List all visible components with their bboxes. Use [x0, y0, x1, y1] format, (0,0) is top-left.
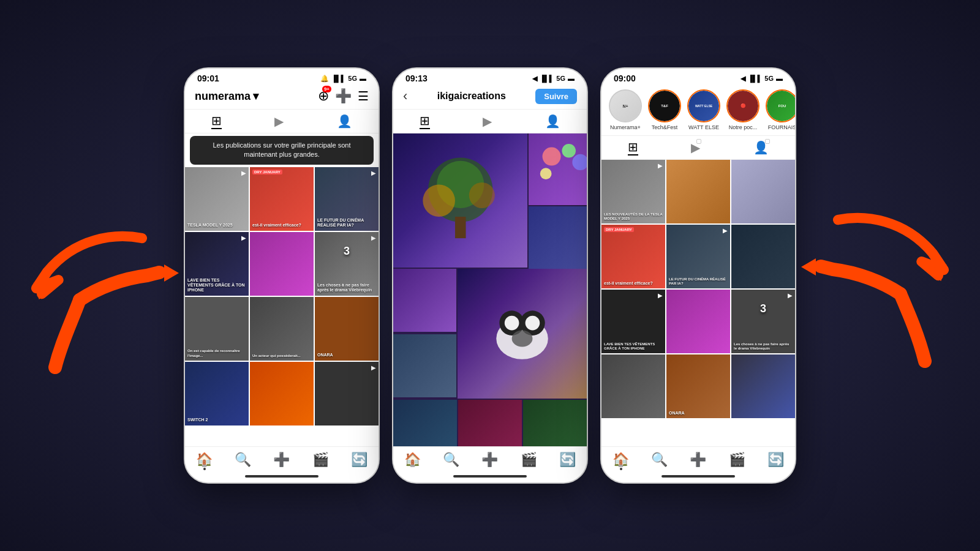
phone1-cell2-text: est-il vraiment efficace?	[252, 223, 311, 228]
phone3-cell-2[interactable]	[666, 160, 730, 223]
phone1-nav-search[interactable]: 🔍	[235, 452, 251, 468]
phone3-grid: ▶ LES NOUVEAUTÉS DE LA TESLA MODEL Y 202…	[601, 160, 795, 446]
phone2-nav-activity[interactable]: 🔄	[559, 452, 576, 468]
phone1-cell-1[interactable]: ▶ TESLA MODEL Y 2025	[185, 167, 249, 231]
phone3-battery-icon: ▬	[776, 75, 783, 82]
phone3-story-img-fournais: FOU	[767, 91, 795, 121]
phone1-nav-reels[interactable]: 🎬	[312, 452, 329, 468]
phone3-nav-reels[interactable]: 🎬	[729, 452, 745, 468]
phone1-add-icon[interactable]: ➕	[335, 88, 352, 104]
phone2-cell-main-2[interactable]	[458, 269, 587, 398]
phone1-tab-profile[interactable]: 👤	[337, 114, 352, 129]
phone3-story-techfest[interactable]: T&F Tech&Fest	[648, 89, 681, 130]
phone3-nav-add[interactable]: ➕	[690, 452, 706, 468]
phone3-story-fournais[interactable]: FOU FOURNAIS	[766, 89, 795, 130]
phone3-grid-layout: ▶ LES NOUVEAUTÉS DE LA TESLA MODEL Y 202…	[601, 160, 795, 418]
phone3-story-label-watt: WATT ELSE	[688, 124, 719, 130]
phone3-cell-8[interactable]	[666, 290, 730, 353]
phone3-cell1-text: LES NOUVEAUTÉS DE LA TESLA MODEL Y 2025	[604, 212, 663, 221]
phone1-nav-activity[interactable]: 🔄	[351, 452, 368, 468]
phone2-top-right-col	[529, 133, 587, 272]
phone3-cell-4[interactable]: DRY JANUARY est-il vraiment efficace?	[601, 225, 665, 288]
phone1-cell-7[interactable]: On est capable de reconnaître l'image...	[185, 297, 249, 361]
phone1-profile-name[interactable]: numerama ▾	[195, 89, 258, 103]
phone3-tab-profile[interactable]: 👤	[753, 140, 769, 155]
phone2-cell-b1[interactable]	[393, 400, 457, 446]
phone2-cell-tr2[interactable]	[529, 206, 587, 276]
phone1-cell-5[interactable]	[250, 232, 314, 296]
phone3-cell-10[interactable]	[601, 354, 665, 418]
phone2-tab-profile[interactable]: 👤	[545, 114, 560, 129]
phone2-panda-svg	[470, 282, 574, 385]
phone2-cell-ml1[interactable]	[393, 269, 456, 332]
phone1-threads-btn[interactable]: ⊕ 9+	[318, 88, 329, 104]
phone2-follow-btn[interactable]: Suivre	[535, 89, 577, 104]
phone1-cell3-video-icon: ▶	[371, 170, 376, 176]
phone1-cell-3[interactable]: ▶ LE FUTUR DU CINÉMA RÉALISÉ PAR IA?	[315, 167, 379, 231]
phone1-tab-video[interactable]: ▶	[274, 114, 284, 129]
phone3-story-circle-podcast: 🔴	[726, 89, 760, 122]
phone3-cell9-num: 3	[760, 302, 766, 315]
svg-point-7	[543, 148, 561, 166]
phone-3: 09:00 ◀ ▐▌▌ 5G ▬ N+ Numerama+ T&F Tech&F…	[600, 67, 796, 484]
phone3-cell-11[interactable]: ONARA	[666, 354, 730, 418]
phone1-cell-4[interactable]: ▶ LAVE BIEN TES VÊTEMENTS GRÂCE À TON IP…	[185, 232, 249, 296]
phones-container: 09:01 🔔 ▐▌▌ 5G ▬ numerama ▾ ⊕ 9+ ➕ ☰	[184, 67, 796, 484]
phone2-cell-b2[interactable]	[458, 400, 522, 446]
phone2-signal-icon: ▐▌▌	[540, 75, 554, 82]
phone3-story-watt[interactable]: WATT ELSE WATT ELSE	[687, 89, 720, 130]
phone3-nav-search[interactable]: 🔍	[651, 452, 668, 468]
phone3-cell-9[interactable]: ▶ 3 Les choses à ne pas faire après le d…	[731, 290, 795, 353]
phone3-story-circle-numerama: N+	[609, 89, 642, 122]
phone3-status-bar: 09:00 ◀ ▐▌▌ 5G ▬	[601, 69, 795, 86]
phone2-nav-add[interactable]: ➕	[481, 452, 498, 468]
phone3-cell-3[interactable]	[731, 160, 795, 223]
phone1-nav-home[interactable]: 🏠	[196, 452, 213, 468]
phone2-home-indicator	[393, 470, 587, 482]
phone3-cell-1[interactable]: ▶ LES NOUVEAUTÉS DE LA TESLA MODEL Y 202…	[601, 160, 665, 223]
phone2-nav-reels[interactable]: 🎬	[521, 452, 537, 468]
phone2-nav-search[interactable]: 🔍	[443, 452, 459, 468]
phone3-cell5-text: LE FUTUR DU CINÉMA RÉALISÉ PAR IA?	[669, 277, 728, 286]
phone1-menu-icon[interactable]: ☰	[358, 89, 369, 103]
phone2-cell-main-1[interactable]	[393, 133, 527, 268]
phone3-reel-badge	[696, 139, 701, 144]
phone1-cell-10[interactable]: SWITCH 2	[185, 362, 249, 425]
phone2-tab-grid[interactable]: ⊞	[420, 113, 430, 129]
phone2-time: 09:13	[405, 73, 428, 83]
phone2-cell-ml2[interactable]	[393, 334, 456, 397]
phone1-cell-2[interactable]: DRY JANUARY est-il vraiment efficace?	[250, 167, 314, 231]
phone2-grid-top-row	[393, 133, 587, 268]
phone1-cell-12[interactable]: ▶	[315, 362, 379, 425]
phone3-cell9-text: Les choses à ne pas faire après le drama…	[734, 342, 793, 351]
phone1-cell-11[interactable]	[250, 362, 314, 425]
left-arrow-head	[164, 264, 179, 282]
phone3-tab-grid[interactable]: ⊞	[628, 140, 638, 156]
phone1-cell1-video-icon: ▶	[241, 170, 246, 176]
phone3-cell-6[interactable]	[731, 225, 795, 288]
phone3-cell-5[interactable]: ▶ LE FUTUR DU CINÉMA RÉALISÉ PAR IA?	[666, 225, 730, 288]
phone3-tab-video[interactable]: ▶	[691, 140, 700, 155]
phone3-cell-7[interactable]: ▶ LAVE BIEN TES VÊTEMENTS GRÂCE À TON IP…	[601, 290, 665, 353]
phone3-nav-home[interactable]: 🏠	[612, 452, 629, 468]
phone2-grid-mid-row	[393, 269, 587, 398]
phone2-cell-b3[interactable]	[523, 400, 587, 446]
phone1-cell-9[interactable]: ONARA	[315, 297, 379, 361]
svg-point-8	[562, 144, 576, 158]
phone2-back-btn[interactable]: ‹	[403, 88, 407, 104]
phone3-nav-activity[interactable]: 🔄	[767, 452, 784, 468]
phone2-cell-tr1[interactable]	[529, 133, 587, 205]
phone1-dropdown-icon: ▾	[253, 89, 258, 103]
phone3-cell-12[interactable]	[731, 354, 795, 418]
phone1-cell-6[interactable]: ▶ 3 Les choses à ne pas faire après le d…	[315, 232, 379, 296]
phone3-story-podcast[interactable]: 🔴 Notre poc...	[726, 89, 760, 130]
phone1-cell-8[interactable]: Un acteur qui possèderait...	[250, 297, 314, 361]
phone3-time: 09:00	[614, 73, 636, 83]
phone1-nav-add[interactable]: ➕	[273, 452, 290, 468]
phone2-tab-video[interactable]: ▶	[483, 114, 492, 129]
phone2-nav-home[interactable]: 🏠	[404, 452, 421, 468]
phone1-signal-icon: ▐▌▌	[331, 75, 345, 82]
phone1-tab-grid[interactable]: ⊞	[211, 113, 222, 129]
phone3-story-label-podcast: Notre poc...	[729, 124, 758, 130]
phone3-story-numerama[interactable]: N+ Numerama+	[609, 89, 642, 130]
